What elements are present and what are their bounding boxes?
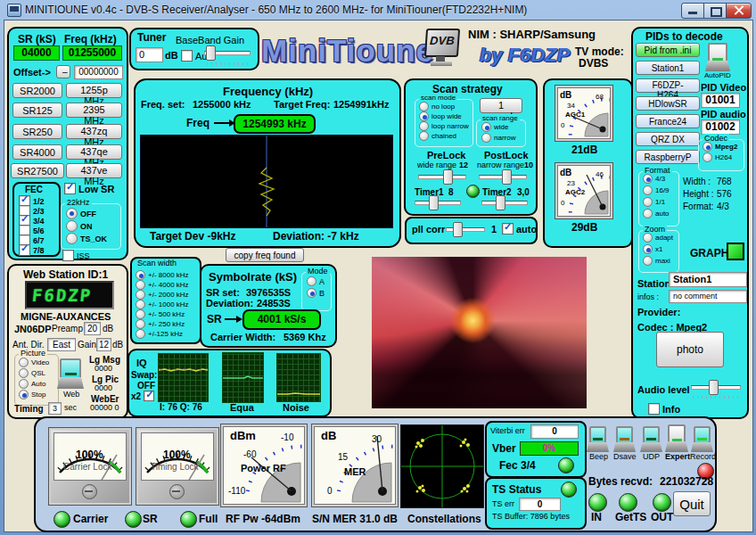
dsave-switch[interactable] <box>615 426 634 452</box>
scan-mode-radio[interactable] <box>419 121 429 131</box>
record-switch[interactable] <box>693 426 711 452</box>
22khz-radio[interactable] <box>66 220 78 232</box>
pid-preset-button[interactable]: F6DZP-H264 <box>636 78 700 93</box>
beep-switch[interactable] <box>588 426 607 452</box>
freq-preset-button[interactable]: 437qe MHz <box>66 144 122 160</box>
agc2-unit: dB <box>560 168 571 177</box>
graph-indicator[interactable] <box>727 243 744 260</box>
scan-mode-radio[interactable] <box>419 102 429 111</box>
minimize-button[interactable] <box>681 3 705 19</box>
ant-dir-input[interactable]: East <box>47 338 76 351</box>
format-radio[interactable] <box>643 197 653 207</box>
mode-radio[interactable] <box>307 288 316 298</box>
sr-preset-button[interactable]: SR250 <box>12 124 62 139</box>
pll-auto-checkbox[interactable] <box>502 223 514 235</box>
scan-width-radio[interactable] <box>136 300 145 309</box>
22khz-radio[interactable] <box>66 233 78 244</box>
viterbi-input[interactable]: 0 <box>530 424 579 439</box>
pid-preset-button[interactable]: QRZ DX <box>636 132 700 146</box>
weber-value: 00000 0 <box>90 404 119 413</box>
baseband-gain-slider[interactable] <box>204 45 251 60</box>
x2-checkbox[interactable] <box>144 391 154 401</box>
fec-checkbox[interactable] <box>19 244 30 256</box>
out-led-label: OUT <box>651 512 673 523</box>
audio-level-slider[interactable] <box>691 380 741 394</box>
preamp-input[interactable]: 20 <box>84 322 101 335</box>
udp-switch[interactable] <box>642 426 661 452</box>
web-switch[interactable] <box>59 358 82 389</box>
scan-range-radio[interactable] <box>481 133 491 143</box>
scan-range-radio[interactable] <box>481 122 491 132</box>
sr-preset-button[interactable]: SR27500 <box>11 163 64 178</box>
zoom-radio[interactable] <box>643 256 653 266</box>
x2-label: x2 <box>131 391 141 401</box>
offset-input[interactable]: 00000000 <box>74 65 123 79</box>
format-radio[interactable] <box>643 174 653 184</box>
gain-input[interactable]: 12 <box>96 338 111 351</box>
mode-radio[interactable] <box>307 276 316 286</box>
pid-preset-button[interactable]: RaspberryP <box>636 150 700 164</box>
maximize-button[interactable] <box>703 3 727 19</box>
station-input[interactable]: Station1 <box>669 272 747 287</box>
codec-radio[interactable] <box>703 152 712 162</box>
picture-radio[interactable] <box>19 379 29 389</box>
pid-preset-button[interactable]: Pid from .ini <box>636 43 700 57</box>
22khz-radio[interactable] <box>66 208 78 219</box>
offset-minus-button[interactable]: – <box>56 65 70 78</box>
quit-button[interactable]: Quit <box>673 491 711 516</box>
picture-radio[interactable] <box>19 390 29 399</box>
freq-preset-button[interactable]: 437ve MHz <box>66 163 122 178</box>
scan-width-radio[interactable] <box>136 270 145 280</box>
codec-radio[interactable] <box>703 142 712 152</box>
tuner-gain-input[interactable]: 0 <box>136 47 163 62</box>
pid-video-input[interactable]: 01001 <box>701 93 740 108</box>
scan-mode-radio[interactable] <box>419 111 429 121</box>
scan-width-radio[interactable] <box>136 290 145 300</box>
freq-found-display: 1254993 kHz <box>234 114 316 134</box>
low-sr-checkbox[interactable] <box>64 183 76 194</box>
pll-corr-slider[interactable] <box>446 222 485 236</box>
narrow-range-slider[interactable] <box>479 169 527 184</box>
infos-input[interactable]: no comment <box>669 290 747 303</box>
timer1-slider[interactable] <box>415 195 461 210</box>
scan-mode-radio[interactable] <box>419 131 429 141</box>
sr-preset-button[interactable]: SR4000 <box>12 144 62 160</box>
tuner-auto-checkbox[interactable] <box>181 50 193 62</box>
ts-err-input[interactable]: 0 <box>519 498 561 511</box>
iss-checkbox[interactable] <box>62 250 74 261</box>
freq-preset-button[interactable]: 437zq MHz <box>66 124 122 139</box>
sr-header: SR (kS) <box>18 34 56 45</box>
info-checkbox[interactable] <box>648 403 660 415</box>
freq-preset-button[interactable]: 2395 MHz <box>66 103 122 118</box>
sr-preset-button[interactable]: SR125 <box>12 103 62 118</box>
sr-set-label: SR set: <box>206 287 240 298</box>
zoom-radio[interactable] <box>643 244 653 254</box>
scan-width-radio[interactable] <box>136 280 145 290</box>
wide-range-slider[interactable] <box>418 169 466 184</box>
photo-button[interactable]: photo <box>656 332 724 367</box>
preamp-label: Preamp <box>52 324 83 333</box>
copy-freq-button[interactable]: copy freq found <box>226 248 304 262</box>
pid-preset-button[interactable]: France24 <box>636 114 700 128</box>
search-button[interactable]: 1 search <box>480 98 522 113</box>
format-radio[interactable] <box>643 185 653 195</box>
timing-lock-name: Timing Lock <box>151 462 199 472</box>
format-radio[interactable] <box>643 209 653 218</box>
scan-width-radio[interactable] <box>136 309 145 319</box>
picture-radio[interactable] <box>19 368 29 378</box>
autopid-switch[interactable] <box>707 43 728 71</box>
close-button[interactable] <box>726 3 752 19</box>
scan-width-radio[interactable] <box>136 319 145 329</box>
sr-preset-button[interactable]: SR2000 <box>12 83 62 98</box>
pid-preset-button[interactable]: Station1 <box>636 61 700 75</box>
freq-preset-button[interactable]: 1255p MHz <box>66 83 122 98</box>
timing-input[interactable]: 3 <box>48 402 62 415</box>
pid-audio-input[interactable]: 01002 <box>701 119 740 135</box>
zoom-radio[interactable] <box>643 233 653 243</box>
pid-preset-button[interactable]: HDlowSR <box>636 96 700 111</box>
scan-width-radio[interactable] <box>136 329 145 339</box>
expert-switch[interactable] <box>667 424 686 452</box>
format-line-value: 4/3 <box>717 202 729 211</box>
picture-radio[interactable] <box>19 358 29 367</box>
timer2-slider[interactable] <box>481 195 528 210</box>
